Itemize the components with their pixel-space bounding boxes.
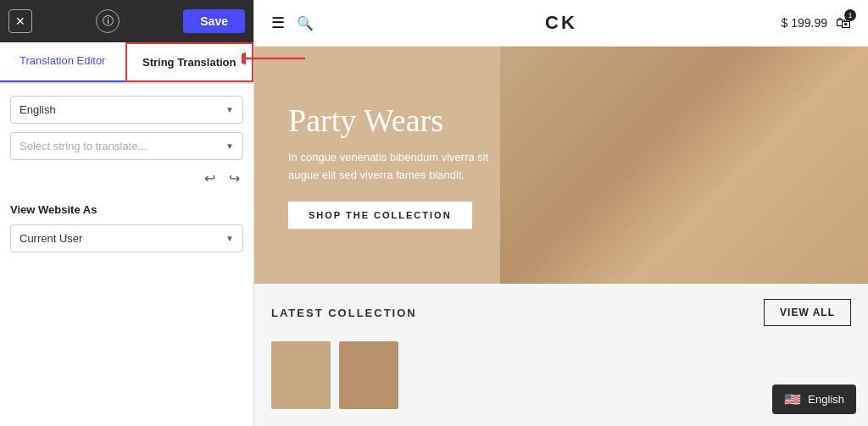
tabs-container: Translation Editor String Translation (0, 42, 253, 84)
undo-button[interactable]: ↩ (201, 169, 219, 188)
language-dropdown-value: English (19, 103, 56, 116)
current-user-arrow: ▼ (225, 234, 234, 243)
top-bar: ✕ ⓘ Save (0, 0, 253, 42)
hamburger-icon[interactable]: ☰ (271, 14, 285, 32)
panel-body: English ▼ Select string to translate... … (0, 84, 253, 426)
latest-collection-section: LATEST COLLECTION VIEW ALL (254, 284, 868, 341)
string-dropdown[interactable]: Select string to translate... ▼ (10, 132, 243, 160)
info-button[interactable]: ⓘ (96, 9, 120, 33)
current-user-dropdown[interactable]: Current User ▼ (10, 224, 243, 252)
view-website-label: View Website As (10, 203, 243, 216)
nav-logo: CK (545, 12, 577, 34)
tab-translation-editor[interactable]: Translation Editor (0, 42, 125, 82)
hero-subtitle: In congue venenatis bibendum viverra sit… (288, 149, 509, 185)
price-display: $ 199.99 (782, 16, 828, 30)
hero-image (500, 47, 868, 284)
latest-collection-label: LATEST COLLECTION (271, 307, 417, 319)
language-dropdown[interactable]: English ▼ (10, 96, 243, 124)
undo-redo-group: ↩ ↪ (10, 169, 243, 188)
hero-section: Party Wears In congue venenatis bibendum… (254, 47, 868, 284)
cart-icon[interactable]: 🛍 1 (836, 14, 851, 32)
tab-string-translation[interactable]: String Translation (125, 42, 254, 82)
redo-button[interactable]: ↪ (225, 169, 243, 188)
left-panel: ✕ ⓘ Save Translation Editor String Trans… (0, 0, 254, 426)
save-button[interactable]: Save (183, 9, 245, 33)
view-all-button[interactable]: VIEW ALL (764, 299, 851, 326)
right-panel: ☰ 🔍 CK $ 199.99 🛍 1 Party Wears In congu… (254, 0, 868, 426)
string-dropdown-placeholder: Select string to translate... (19, 140, 147, 152)
language-switcher-button[interactable]: 🇺🇸 English (772, 385, 856, 414)
language-switcher-label: English (808, 393, 844, 406)
hero-content: Party Wears In congue venenatis bibendum… (288, 102, 509, 229)
website-nav: ☰ 🔍 CK $ 199.99 🛍 1 (254, 0, 868, 47)
nav-right: $ 199.99 🛍 1 (782, 14, 852, 32)
cart-badge: 1 (844, 9, 856, 21)
hero-background (500, 47, 868, 284)
flag-icon: 🇺🇸 (784, 391, 801, 407)
close-button[interactable]: ✕ (8, 9, 32, 33)
product-thumb-1[interactable] (271, 341, 331, 409)
hero-title: Party Wears (288, 102, 509, 139)
string-dropdown-arrow: ▼ (225, 141, 234, 151)
search-icon[interactable]: 🔍 (297, 15, 314, 31)
current-user-value: Current User (19, 232, 82, 245)
product-thumb-2[interactable] (339, 341, 398, 409)
nav-left: ☰ 🔍 (271, 14, 314, 32)
language-dropdown-arrow: ▼ (225, 105, 234, 114)
shop-the-collection-button[interactable]: SHOP THE COLLECTION (288, 202, 472, 229)
